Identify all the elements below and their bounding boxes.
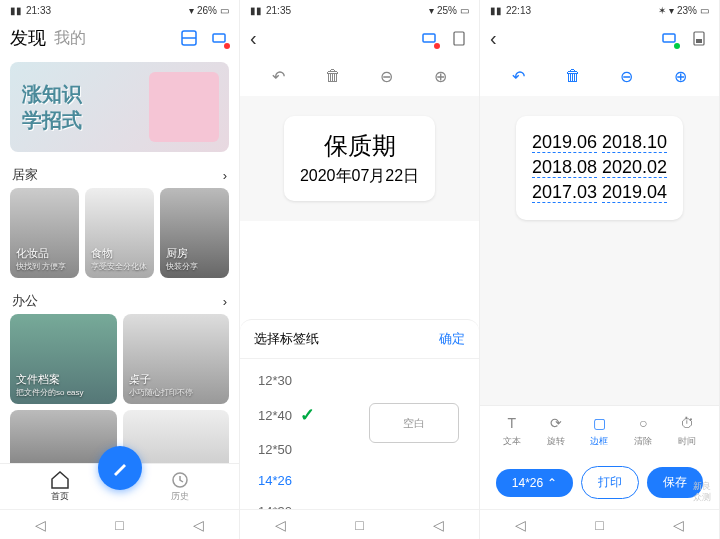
label-preview[interactable]: 2019.06 2018.10 2018.08 2020.02 2017.03 … [516,116,683,220]
card-cosmetics[interactable]: 化妆品快找到 方便享 [10,188,79,278]
banner[interactable]: 涨知识学招式 [10,62,229,152]
template-blank[interactable]: 空白 [369,403,459,443]
tab-mine[interactable]: 我的 [54,28,86,49]
action-clear[interactable]: ○清除 [634,414,652,448]
system-nav: ◁ □ ◁ [240,509,479,539]
nav-home[interactable]: 首页 [50,471,70,503]
svg-rect-6 [663,34,675,42]
back-icon[interactable]: ‹ [250,27,257,50]
canvas[interactable]: 2019.06 2018.10 2018.08 2020.02 2017.03 … [480,96,719,405]
svg-rect-2 [213,34,225,42]
action-border[interactable]: ▢边框 [590,414,608,448]
nav-history[interactable]: 历史 [171,471,189,503]
card-kitchen[interactable]: 厨房快装分享 [160,188,229,278]
nav-back-icon[interactable]: ◁ [515,517,526,533]
delete-icon[interactable]: 🗑 [563,66,583,86]
check-icon: ✓ [300,404,315,426]
size-sheet: 选择标签纸 确定 空白 12*30 12*40✓ 12*50 14*26 14*… [240,319,479,509]
top-tabs: 发现 我的 [0,20,239,56]
battery-icon [449,28,469,48]
system-nav: ◁ □ ◁ [480,509,719,539]
bottom-buttons: 14*26⌃ 打印 保存 [480,456,719,509]
minus-icon[interactable]: ⊖ [616,66,636,86]
section-office-title: 办公 [12,292,38,310]
bottom-nav: 首页 历史 [0,463,239,509]
section-home-title: 居家 [12,166,38,184]
action-text[interactable]: T文本 [503,414,521,448]
card-files[interactable]: 文件档案把文件分的so easy [10,314,117,404]
scan-icon[interactable] [179,28,199,48]
nav-home-icon[interactable]: □ [595,517,603,533]
chevron-right-icon[interactable]: › [223,168,227,183]
printer-icon[interactable] [209,28,229,48]
battery-icon [689,28,709,48]
card-cable[interactable]: 电源线 [123,410,230,463]
svg-rect-8 [696,39,702,43]
svg-rect-5 [454,32,464,45]
chevron-right-icon[interactable]: › [223,294,227,309]
tab-discover[interactable]: 发现 [10,26,46,50]
print-button[interactable]: 打印 [581,466,639,499]
undo-icon[interactable]: ↶ [509,66,529,86]
card-food[interactable]: 食物享受安全分化体 [85,188,154,278]
minus-icon[interactable]: ⊖ [376,66,396,86]
editor-header: ‹ [480,20,719,56]
phone-screen-1: ▮▮21:33 ▾26%▭ 发现 我的 涨知识学招式 居家› 化妆品快找到 方便… [0,0,240,539]
delete-icon[interactable]: 🗑 [323,66,343,86]
sheet-confirm[interactable]: 确定 [439,330,465,348]
action-rotate[interactable]: ⟳旋转 [547,414,565,448]
edit-toolbar: ↶ 🗑 ⊖ ⊕ [480,56,719,96]
size-option-selected[interactable]: 14*26 [240,465,479,496]
label-preview[interactable]: 保质期 2020年07月22日 [284,116,435,201]
phone-screen-3: ▮▮22:13 ✶ ▾23%▭ ‹ ↶ 🗑 ⊖ ⊕ 2019.06 2018.1… [480,0,720,539]
editor-header: ‹ [240,20,479,56]
nav-home-icon[interactable]: □ [355,517,363,533]
printer-icon[interactable] [419,28,439,48]
nav-home-icon[interactable]: □ [115,517,123,533]
printer-icon[interactable] [659,28,679,48]
system-nav: ◁ □ ◁ [0,509,239,539]
fab-create[interactable] [98,446,142,490]
nav-recent-icon[interactable]: ◁ [673,517,684,533]
action-time[interactable]: ⏱时间 [678,414,696,448]
action-toolbar: T文本 ⟳旋转 ▢边框 ○清除 ⏱时间 [480,405,719,456]
status-bar: ▮▮22:13 ✶ ▾23%▭ [480,0,719,20]
status-bar: ▮▮21:35 ▾25%▭ [240,0,479,20]
banner-image [149,72,219,142]
nav-recent-icon[interactable]: ◁ [193,517,204,533]
chevron-up-icon: ⌃ [547,476,557,490]
status-bar: ▮▮21:33 ▾26%▭ [0,0,239,20]
back-icon[interactable]: ‹ [490,27,497,50]
card-desk[interactable]: 桌子小巧随心打印不停 [123,314,230,404]
edit-toolbar: ↶ 🗑 ⊖ ⊕ [240,56,479,96]
plus-icon[interactable]: ⊕ [430,66,450,86]
canvas[interactable]: 保质期 2020年07月22日 [240,96,479,221]
undo-icon[interactable]: ↶ [269,66,289,86]
nav-back-icon[interactable]: ◁ [275,517,286,533]
watermark: 新良众测 [693,481,711,503]
size-button[interactable]: 14*26⌃ [496,469,573,497]
nav-recent-icon[interactable]: ◁ [433,517,444,533]
svg-rect-7 [694,32,704,45]
nav-back-icon[interactable]: ◁ [35,517,46,533]
phone-screen-2: ▮▮21:35 ▾25%▭ ‹ ↶ 🗑 ⊖ ⊕ 保质期 2020年07月22日 … [240,0,480,539]
plus-icon[interactable]: ⊕ [670,66,690,86]
sheet-title: 选择标签纸 [254,330,319,348]
size-option[interactable]: 12*30 [240,365,479,396]
svg-rect-4 [423,34,435,42]
size-option[interactable]: 14*30 [240,496,479,509]
